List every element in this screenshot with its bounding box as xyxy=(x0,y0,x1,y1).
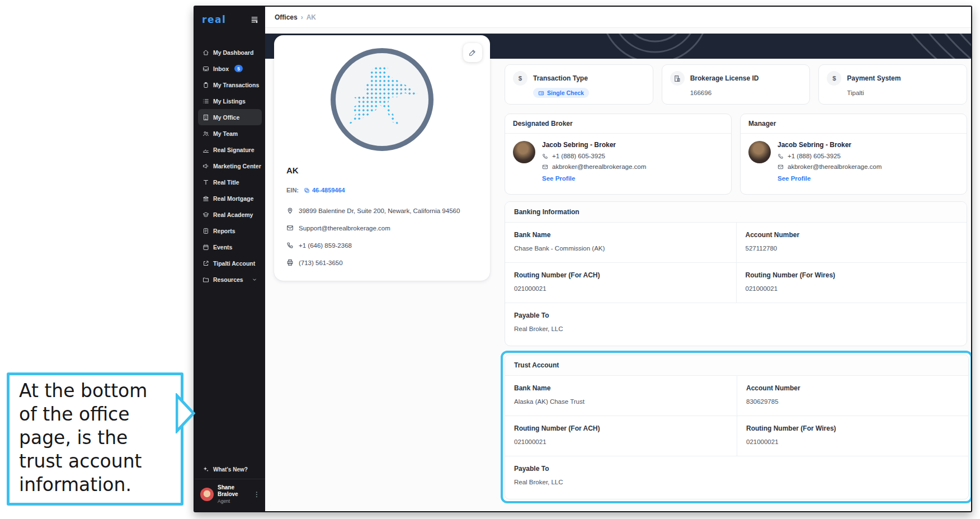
inbox-count-badge: 5 xyxy=(234,65,243,72)
transaction-type-card: $ Transaction Type Single Check xyxy=(505,64,653,105)
manager-card: Manager Jacob Sebring - Broker +1 (888) … xyxy=(740,114,967,195)
office-details: $ Transaction Type Single Check Brokerag… xyxy=(505,64,967,503)
trust-routing-wires-cell: Routing Number (For Wires) 021000021 xyxy=(737,416,968,456)
team-icon xyxy=(202,130,209,137)
sidebar-item-real-mortgage[interactable]: Real Mortgage xyxy=(198,190,262,206)
payment-value: Tipalti xyxy=(847,89,959,96)
office-address-row: 39899 Balentine Dr, Suite 200, Newark, C… xyxy=(286,207,478,215)
banking-information-card: Banking Information Bank Name Chase Bank… xyxy=(505,201,967,346)
whats-new-link[interactable]: What's New? xyxy=(195,461,265,479)
office-phone: +1 (646) 859-2368 xyxy=(299,242,352,249)
manager-name: Jacob Sebring - Broker xyxy=(778,141,882,149)
copy-icon xyxy=(304,187,310,194)
sparkle-icon xyxy=(202,466,209,473)
trust-account-number-cell: Account Number 830629785 xyxy=(737,376,968,416)
phone-icon xyxy=(542,153,548,159)
sidebar-item-my-listings[interactable]: My Listings xyxy=(198,93,262,109)
banking-title: Banking Information xyxy=(505,202,967,223)
sidebar-item-real-academy[interactable]: Real Academy xyxy=(198,206,262,223)
envelope-icon xyxy=(778,164,784,170)
annotation-callout: At the bottom of the office page, is the… xyxy=(7,372,183,506)
graduation-cap-icon xyxy=(202,211,209,218)
trust-payable-to-cell: Payable To Real Broker, LLC xyxy=(505,456,968,499)
breadcrumb: Offices › AK xyxy=(265,7,971,28)
menu-icon[interactable] xyxy=(251,16,258,23)
callout-text: At the bottom of the office page, is the… xyxy=(19,380,147,496)
sidebar-item-my-dashboard[interactable]: My Dashboard xyxy=(198,44,262,60)
manager-phone-row: +1 (888) 605-3925 xyxy=(778,153,882,159)
user-profile[interactable]: Shane Bralove Agent ⋮ xyxy=(195,479,265,511)
main-area: Offices › AK AK EIN: xyxy=(265,7,971,511)
bank-icon xyxy=(202,195,209,202)
license-building-icon xyxy=(670,71,685,86)
megaphone-icon xyxy=(202,163,209,169)
clipboard-icon xyxy=(202,82,209,88)
office-fax-row: (713) 561-3650 xyxy=(286,259,478,267)
dollar-circle-icon: $ xyxy=(513,71,527,86)
document-icon xyxy=(202,228,209,234)
trust-routing-ach-cell: Routing Number (For ACH) 021000021 xyxy=(505,416,737,456)
folder-icon xyxy=(202,276,209,283)
envelope-icon xyxy=(286,224,294,232)
license-value: 166696 xyxy=(690,89,802,96)
broker-name: Jacob Sebring - Broker xyxy=(542,141,646,149)
edit-office-button[interactable] xyxy=(463,43,482,62)
fax-icon xyxy=(286,259,294,266)
single-check-badge: Single Check xyxy=(533,88,589,98)
sidebar-item-my-transactions[interactable]: My Transactions xyxy=(198,77,262,93)
kebab-menu-icon[interactable]: ⋮ xyxy=(253,490,260,498)
sidebar-item-my-office[interactable]: My Office xyxy=(198,109,262,125)
office-fax: (713) 561-3650 xyxy=(299,259,343,267)
breadcrumb-current: AK xyxy=(307,13,316,21)
app-window: real My Dashboard Inbox 5 My Transaction… xyxy=(194,6,972,512)
sidebar-item-inbox[interactable]: Inbox 5 xyxy=(198,60,262,77)
office-phone-row: +1 (646) 859-2368 xyxy=(286,242,478,249)
envelope-icon xyxy=(542,164,548,170)
sidebar-item-my-team[interactable]: My Team xyxy=(198,125,262,141)
manager-see-profile-link[interactable]: See Profile xyxy=(778,175,882,182)
payment-dollar-icon: $ xyxy=(827,71,841,86)
check-list-icon xyxy=(538,90,544,96)
broker-see-profile-link[interactable]: See Profile xyxy=(542,175,646,182)
breadcrumb-offices[interactable]: Offices xyxy=(275,13,298,21)
routing-ach-cell: Routing Number (For ACH) 021000021 xyxy=(505,263,736,303)
brokerage-license-card: Brokerage License ID 166696 xyxy=(662,64,811,105)
alaska-dot-map xyxy=(345,62,420,137)
sidebar: real My Dashboard Inbox 5 My Transaction… xyxy=(195,7,265,511)
breadcrumb-separator-icon: › xyxy=(301,13,303,21)
office-address: 39899 Balentine Dr, Suite 200, Newark, C… xyxy=(299,207,460,215)
sidebar-item-real-signature[interactable]: Real Signature xyxy=(198,141,262,158)
building-icon xyxy=(202,114,209,121)
designated-broker-card: Designated Broker Jacob Sebring - Broker… xyxy=(505,114,732,195)
signature-icon xyxy=(202,147,209,153)
sidebar-item-events[interactable]: Events xyxy=(198,239,262,255)
inbox-icon xyxy=(202,65,209,72)
user-avatar xyxy=(200,488,214,501)
trust-title: Trust Account xyxy=(505,355,968,376)
sidebar-nav: My Dashboard Inbox 5 My Transactions My … xyxy=(195,29,265,287)
sidebar-item-resources[interactable]: Resources xyxy=(198,271,262,287)
page: { "accent": { "cyan": "#3dc0ed", "blue":… xyxy=(0,0,980,519)
office-card: AK EIN: 46-4859464 39899 Balentine Dr, S… xyxy=(274,35,490,281)
trust-account-highlight: Trust Account Bank Name Alaska (AK) Chas… xyxy=(501,351,972,503)
payment-system-card: $ Payment System Tipalti xyxy=(818,64,967,105)
manager-email-row: akbroker@therealbrokerage.com xyxy=(778,163,882,170)
phone-icon xyxy=(778,153,784,159)
office-avatar xyxy=(331,48,434,151)
sidebar-item-reports[interactable]: Reports xyxy=(198,223,262,239)
ein-link[interactable]: 46-4859464 xyxy=(304,187,345,194)
trust-bank-name-cell: Bank Name Alaska (AK) Chase Trust xyxy=(505,376,737,416)
sidebar-item-tipalti-account[interactable]: Tipalti Account xyxy=(198,255,262,271)
account-number-cell: Account Number 527112780 xyxy=(736,223,967,263)
trust-account-card: Trust Account Bank Name Alaska (AK) Chas… xyxy=(505,355,969,499)
bank-name-cell: Bank Name Chase Bank - Commission (AK) xyxy=(505,223,736,263)
title-t-icon xyxy=(202,179,209,186)
sidebar-item-marketing-center[interactable]: Marketing Center xyxy=(198,158,262,174)
office-name: AK xyxy=(286,166,478,175)
user-role: Agent xyxy=(218,498,249,504)
pencil-icon xyxy=(469,49,477,56)
sidebar-item-real-title[interactable]: Real Title xyxy=(198,174,262,190)
broker-phone-row: +1 (888) 605-3925 xyxy=(542,153,646,159)
external-link-icon xyxy=(202,260,209,267)
real-logo: real xyxy=(202,14,226,25)
